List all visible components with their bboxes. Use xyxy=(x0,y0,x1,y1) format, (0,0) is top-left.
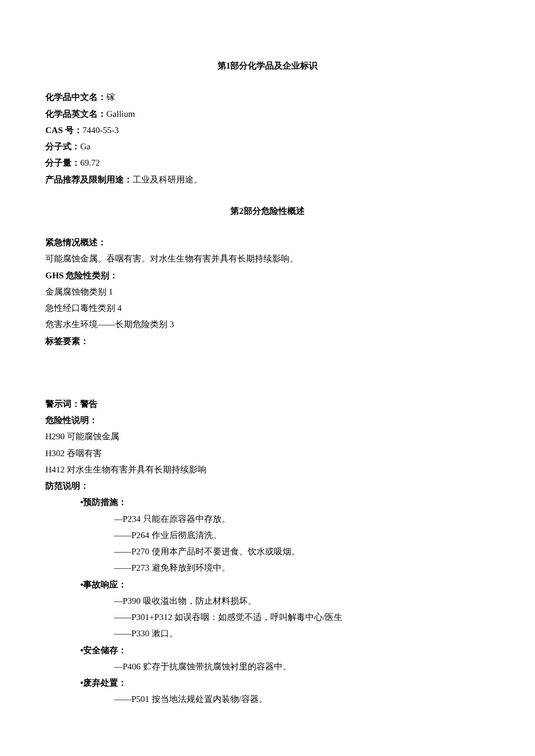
label-formula: 分子式： xyxy=(45,142,80,151)
ghs-item: 金属腐蚀物类别 1 xyxy=(45,284,490,299)
ghs-item: 危害水生环境——长期危险类别 3 xyxy=(45,317,490,332)
precaution-item: —P390 吸收溢出物，防止材料损坏。 xyxy=(45,593,490,608)
hazard-item: H412 对水生生物有害并具有长期持续影响 xyxy=(45,462,490,477)
label-mw: 分子量： xyxy=(45,158,80,167)
precaution-group-title: •安全储存： xyxy=(45,643,490,658)
label-name-en: 化学品英文名： xyxy=(45,109,106,119)
row-name-en: 化学品英文名：Gallium xyxy=(45,106,490,121)
ghs-item: 急性经口毒性类别 4 xyxy=(45,300,490,316)
row-cas: CAS 号：7440-55-3 xyxy=(45,123,490,138)
value-mw: 69.72 xyxy=(80,158,100,167)
row-mw: 分子量：69.72 xyxy=(45,155,490,170)
value-name-en: Gallium xyxy=(106,109,135,119)
section-1: 第1部分化学品及企业标识 化学品中文名：镓 化学品英文名：Gallium CAS… xyxy=(45,58,490,187)
row-use: 产品推荐及限制用途：工业及科研用途。 xyxy=(45,172,490,187)
precaution-label: 防范说明： xyxy=(45,478,490,493)
section-1-title: 第1部分化学品及企业标识 xyxy=(45,58,490,73)
hazard-item: H290 可能腐蚀金属 xyxy=(45,429,490,444)
value-name-cn: 镓 xyxy=(106,92,115,102)
precaution-item: ——P501 按当地法规处置内装物/容器。 xyxy=(45,691,490,707)
label-name-cn: 化学品中文名： xyxy=(45,92,106,102)
value-cas: 7440-55-3 xyxy=(83,126,119,135)
label-elements: 标签要素： xyxy=(45,334,490,349)
precaution-group-title: •预防措施： xyxy=(45,495,490,510)
precaution-item: —P234 只能在原容器中存放。 xyxy=(45,511,490,526)
section-2: 第2部分危险性概述 紧急情况概述： 可能腐蚀金属。吞咽有害。对水生生物有害并具有… xyxy=(45,203,490,707)
precaution-group-title: •事故响应： xyxy=(45,577,490,592)
label-cas: CAS 号： xyxy=(45,126,83,135)
hazard-list: H290 可能腐蚀金属H302 吞咽有害H412 对水生生物有害并具有长期持续影… xyxy=(45,429,490,477)
row-name-cn: 化学品中文名：镓 xyxy=(45,89,490,105)
title-suffix: 部分化学品及企业标识 xyxy=(230,61,318,70)
precaution-item: —P406 贮存于抗腐蚀带抗腐蚀衬里的容器中。 xyxy=(45,659,490,674)
signal-label: 警示词： xyxy=(45,399,80,409)
title2-prefix: 第 xyxy=(230,206,239,216)
ghs-label: GHS 危险性类别： xyxy=(45,268,490,283)
signal-value: 警告 xyxy=(80,399,98,409)
value-use: 工业及科研用途。 xyxy=(133,175,202,184)
section-2-title: 第2部分危险性概述 xyxy=(45,203,490,218)
precaution-item: ——P264 作业后彻底清洗。 xyxy=(45,528,490,543)
precaution-item: ——P273 避免释放到环境中。 xyxy=(45,560,490,575)
signal-row: 警示词：警告 xyxy=(45,396,490,411)
emergency-label: 紧急情况概述： xyxy=(45,235,490,250)
ghs-list: 金属腐蚀物类别 1急性经口毒性类别 4危害水生环境——长期危险类别 3 xyxy=(45,284,490,332)
title2-suffix: 部分危险性概述 xyxy=(244,206,305,216)
precaution-groups: •预防措施：—P234 只能在原容器中存放。——P264 作业后彻底清洗。——P… xyxy=(45,495,490,707)
precaution-item: ——P330 漱口。 xyxy=(45,626,490,641)
pictogram-spacer xyxy=(45,350,490,396)
title-prefix: 第 xyxy=(217,61,226,70)
precaution-item: ——P270 使用本产品时不要进食、饮水或吸烟。 xyxy=(45,544,490,559)
emergency-text: 可能腐蚀金属。吞咽有害。对水生生物有害并具有长期持续影响。 xyxy=(45,251,490,266)
hazard-label: 危险性说明： xyxy=(45,413,490,428)
row-formula: 分子式：Ga xyxy=(45,139,490,154)
value-formula: Ga xyxy=(80,142,91,151)
precaution-group-title: •废弃处置： xyxy=(45,675,490,690)
title2-num: 2 xyxy=(239,206,244,216)
label-use: 产品推荐及限制用途： xyxy=(45,175,133,184)
hazard-item: H302 吞咽有害 xyxy=(45,446,490,461)
precaution-item: ——P301+P312 如误吞咽：如感觉不适，呼叫解毒中心/医生 xyxy=(45,610,490,625)
